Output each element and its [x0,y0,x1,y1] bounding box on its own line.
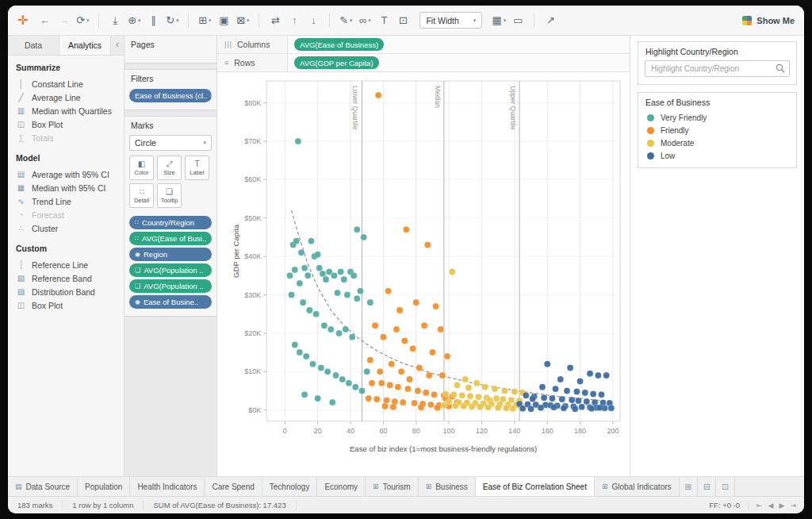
mark-circle[interactable] [450,391,457,398]
mark-circle[interactable] [544,361,550,367]
mark-circle[interactable] [401,338,408,344]
columns-shelf[interactable]: ||| Columns AVG(Ease of Business) [217,36,630,54]
go-last-button[interactable]: ⇥ [790,502,796,509]
mark-circle[interactable] [369,380,375,386]
mark-circle[interactable] [541,394,547,401]
collapse-pane-icon[interactable]: ‹ [111,36,124,55]
mark-circle[interactable] [461,403,467,409]
mark-pill-ease-of-busine[interactable]: ◉Ease of Busine.. [129,295,212,309]
mark-pill-avg-population[interactable]: ❏AVG(Population .. [129,263,212,277]
rows-pill-avg-gdp-per-capita[interactable]: AVG(GDP per Capita) [294,56,379,69]
tableau-logo-icon[interactable]: ✛ [17,13,28,28]
mark-circle[interactable] [395,384,401,390]
sort-ascending-button[interactable]: ↑ [285,11,303,30]
go-next-button[interactable]: ▶ [779,502,785,509]
mark-circle[interactable] [400,399,406,406]
mark-circle[interactable] [289,291,295,298]
mark-circle[interactable] [442,390,449,397]
mark-circle[interactable] [338,268,344,275]
pages-drop-zone[interactable] [124,52,216,63]
mark-circle[interactable] [367,357,373,363]
analytics-item-forecast[interactable]: ◔Forecast [16,208,116,221]
sheet-tab-population[interactable]: Population [78,477,130,496]
mark-circle[interactable] [403,226,409,233]
mark-circle[interactable] [608,405,615,411]
mark-circle[interactable] [438,326,444,333]
mark-circle[interactable] [528,406,534,412]
replay-button[interactable]: ⟳▾ [74,11,91,30]
mark-circle[interactable] [375,92,381,98]
rows-shelf[interactable]: ≡ Rows AVG(GDP per Capita) [217,54,630,72]
mark-circle[interactable] [346,380,352,386]
mark-circle[interactable] [404,386,411,392]
new-worksheet-button[interactable]: ⊞ [680,477,698,496]
mark-circle[interactable] [501,387,508,394]
mark-circle[interactable] [416,364,423,371]
mark-circle[interactable] [435,405,441,411]
mark-circle[interactable] [595,372,601,379]
mark-circle[interactable] [477,404,483,410]
analytics-item-box-plot[interactable]: ◫Box Plot [16,298,116,312]
marks-drop-zone[interactable]: ∷Country/Region∷AVG(Ease of Busi..◉Regio… [124,213,216,316]
fit-select[interactable]: Fit Width ▾ [419,12,482,29]
mark-circle[interactable] [385,288,392,294]
mark-circle[interactable] [303,353,309,359]
legend-item-moderate[interactable]: Moderate [638,136,796,149]
sheet-tab-health-indicators[interactable]: Health Indicators [130,477,205,496]
tab-analytics[interactable]: Analytics [59,36,111,55]
sheet-tab-care-spend[interactable]: Care Spend [205,477,262,496]
mark-circle[interactable] [373,396,380,402]
mark-circle[interactable] [313,311,320,317]
mark-circle[interactable] [598,391,604,398]
mark-circle[interactable] [557,376,564,383]
group-members-button[interactable]: ∞▾ [356,11,373,30]
mark-circle[interactable] [577,378,584,384]
sort-descending-button[interactable]: ↓ [304,11,322,30]
mark-circle[interactable] [315,395,321,402]
mark-circle[interactable] [377,368,383,375]
mark-circle[interactable] [538,405,544,411]
sheet-tab-data-source[interactable]: ▤Data Source [8,477,78,496]
redo-button[interactable]: → [55,11,72,30]
mark-circle[interactable] [298,249,304,256]
mark-circle[interactable] [301,391,308,398]
mark-circle[interactable] [336,330,343,336]
tooltip-button[interactable]: ❏Tooltip [157,183,182,208]
mark-circle[interactable] [324,368,331,375]
mark-circle[interactable] [475,394,481,400]
analytics-item-cluster[interactable]: ∴Cluster [16,221,116,235]
mark-circle[interactable] [321,322,327,329]
run-auto-updates-button[interactable]: ↻▾ [163,11,181,30]
mark-circle[interactable] [559,396,565,402]
mark-circle[interactable] [503,405,509,411]
legend-item-low[interactable]: Low [638,149,796,162]
swap-rows-columns-button[interactable]: ⇄ [266,11,284,30]
mark-circle[interactable] [584,398,590,405]
duplicate-sheet-button[interactable]: ▣ [215,11,232,30]
mark-circle[interactable] [380,334,386,340]
analytics-item-reference-line[interactable]: ┆Reference Line [16,258,116,271]
mark-circle[interactable] [519,406,526,412]
mark-circle[interactable] [398,368,404,375]
sheet-tab-tourism[interactable]: ⊞Tourism [366,477,419,496]
mark-circle[interactable] [429,349,435,356]
mark-circle[interactable] [332,372,339,379]
mark-circle[interactable] [295,138,301,144]
mark-circle[interactable] [378,380,385,386]
mark-circle[interactable] [407,376,413,383]
mark-circle[interactable] [553,386,559,392]
mark-circle[interactable] [393,326,400,333]
mark-circle[interactable] [413,299,419,306]
mark-circle[interactable] [424,242,431,248]
mark-circle[interactable] [329,399,335,406]
mark-circle[interactable] [412,400,418,406]
highlight-input[interactable] [645,60,790,77]
mark-circle[interactable] [309,361,316,367]
mark-pill-country-region[interactable]: ∷Country/Region [129,216,212,229]
mark-circle[interactable] [469,403,475,409]
mark-circle[interactable] [331,272,337,279]
mark-circle[interactable] [364,368,370,375]
mark-circle[interactable] [292,341,298,348]
mark-circle[interactable] [339,376,346,383]
mark-circle[interactable] [462,376,469,383]
